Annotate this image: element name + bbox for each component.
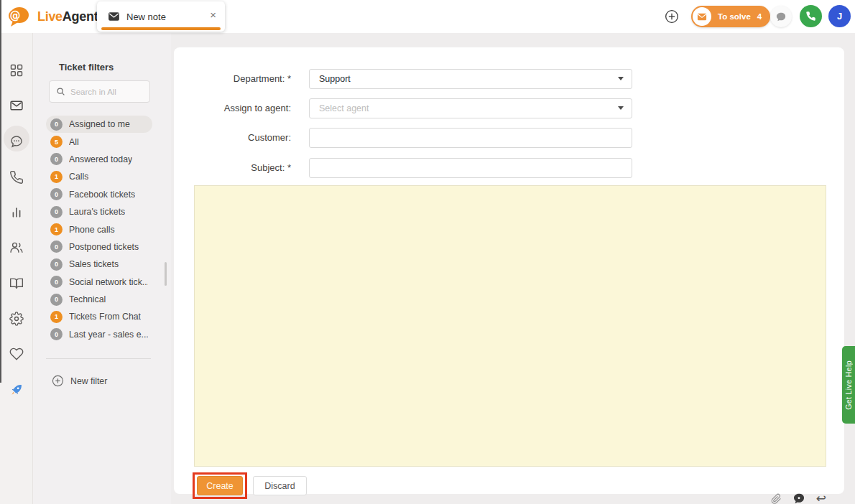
filter-item-label: Last year - sales e... [69, 330, 148, 340]
customer-field[interactable] [309, 128, 632, 148]
settings-gear-icon[interactable] [9, 312, 24, 326]
filter-list-item[interactable]: 0 Assigned to me [46, 116, 152, 133]
filter-list-item[interactable]: 0 Technical [46, 291, 152, 308]
create-button[interactable]: Create [197, 476, 243, 495]
filter-count-badge: 0 [50, 294, 63, 306]
filter-count-badge: 0 [50, 241, 63, 253]
filter-count-badge: 0 [50, 206, 63, 218]
active-tab-indicator [101, 27, 221, 30]
tab-close-icon[interactable]: × [210, 9, 216, 21]
customer-input[interactable] [319, 129, 622, 147]
subject-field[interactable] [309, 158, 632, 178]
knowledge-base-book-icon[interactable] [9, 276, 24, 291]
filter-list-item[interactable]: 5 All [46, 133, 152, 150]
customers-people-icon[interactable] [9, 241, 24, 255]
canned-message-icon[interactable] [793, 493, 805, 504]
department-value: Support [319, 74, 351, 84]
assign-agent-placeholder: Select agent [319, 103, 369, 113]
filter-list-item[interactable]: 0 Postponed tickets [46, 238, 152, 256]
assign-agent-label: Assign to agent: [176, 98, 291, 118]
filter-item-label: Social network tick... [69, 277, 148, 287]
dashboard-grid-icon[interactable] [9, 63, 24, 78]
top-header: @ LiveAgent New note × [0, 0, 855, 33]
filter-count-badge: 0 [50, 188, 63, 200]
return-arrow-icon[interactable]: ↩ [816, 493, 826, 504]
chats-bubble-icon[interactable] [9, 134, 24, 149]
filter-item-label: All [69, 137, 79, 147]
filter-list-item[interactable]: 0 Sales tickets [46, 256, 152, 273]
customer-label: Customer: [176, 128, 291, 148]
filter-item-label: Answered today [69, 154, 132, 164]
subject-label: Subject: * [176, 158, 291, 178]
filter-item-label: Facebook tickets [69, 190, 135, 200]
call-status-button[interactable] [800, 5, 822, 27]
assign-agent-select[interactable]: Select agent [309, 98, 632, 118]
editor-toolbar: ↩ [771, 493, 826, 504]
chevron-down-icon [618, 106, 624, 110]
avatar-initial: J [837, 11, 842, 22]
filter-item-label: Technical [69, 294, 106, 304]
filter-list-item[interactable]: 1 Calls [46, 168, 152, 185]
filters-search[interactable] [49, 80, 150, 103]
filter-item-label: Calls [69, 172, 88, 182]
get-live-help-tab[interactable]: Get Live Help [842, 346, 855, 424]
filter-count-badge: 0 [50, 328, 63, 340]
filter-count-badge: 1 [50, 311, 63, 323]
filter-list-item[interactable]: 0 Last year - sales e... [46, 326, 152, 343]
search-input[interactable] [70, 88, 142, 96]
search-icon [56, 87, 65, 96]
get-live-help-label: Get Live Help [844, 360, 853, 410]
filter-item-label: Postponed tickets [69, 242, 139, 252]
new-filter-button[interactable]: New filter [52, 375, 107, 387]
filter-list-item[interactable]: 0 Laura's tickets [46, 203, 152, 220]
svg-text:@: @ [10, 9, 21, 22]
filter-count-badge: 5 [50, 136, 63, 148]
filters-divider [46, 358, 151, 359]
new-note-form-card: Department: * Support Assign to agent: S… [174, 47, 844, 494]
filter-list-item[interactable]: 0 Social network tick... [46, 274, 152, 291]
chevron-down-icon [618, 77, 624, 80]
department-label: Department: * [176, 69, 291, 89]
filter-count-badge: 1 [50, 223, 63, 235]
liveagent-app-window: @ LiveAgent New note × [0, 0, 855, 504]
filter-item-label: Sales tickets [69, 259, 119, 269]
to-solve-label: To solve [718, 12, 751, 21]
getting-started-rocket-icon[interactable] [9, 383, 24, 397]
filter-item-label: Phone calls [69, 225, 115, 235]
discard-button[interactable]: Discard [253, 476, 307, 495]
filter-list-item[interactable]: 0 Facebook tickets [46, 186, 152, 203]
add-new-button[interactable] [665, 9, 679, 24]
to-solve-button[interactable]: To solve 4 [691, 6, 770, 27]
user-avatar[interactable]: J [828, 5, 851, 27]
note-body-editor[interactable] [194, 185, 826, 467]
filter-item-label: Tickets From Chat [69, 312, 141, 322]
filter-list-item[interactable]: 1 Tickets From Chat [46, 308, 152, 325]
reports-bar-chart-icon[interactable] [9, 205, 24, 220]
liveagent-logo[interactable]: @ LiveAgent [6, 4, 98, 29]
filter-count-badge: 0 [50, 258, 63, 271]
tickets-envelope-icon[interactable] [9, 98, 24, 113]
liveagent-bubble-icon: @ [6, 4, 32, 29]
subject-input[interactable] [319, 159, 622, 177]
panel-scrollbar-thumb[interactable] [165, 262, 167, 286]
to-solve-envelope-icon [693, 7, 711, 26]
left-navigation-rail [0, 33, 33, 504]
plus-circle-icon [52, 375, 64, 387]
filter-list-item[interactable]: 1 Phone calls [46, 220, 152, 238]
new-filter-label: New filter [70, 376, 107, 386]
filter-count-badge: 0 [50, 118, 63, 131]
department-select[interactable]: Support [309, 69, 632, 89]
filter-count-badge: 0 [50, 153, 63, 165]
calls-phone-icon[interactable] [9, 170, 24, 185]
filter-list-item[interactable]: 0 Answered today [46, 151, 152, 168]
filter-count-badge: 0 [50, 276, 63, 288]
attach-file-icon[interactable] [771, 493, 782, 504]
quick-chat-button[interactable] [770, 6, 792, 27]
note-envelope-icon [108, 12, 119, 21]
ticket-filters-panel: Ticket filters 0 Assigned to me 5 All 0 [33, 33, 171, 504]
filter-item-label: Laura's tickets [69, 207, 125, 217]
tab-new-note[interactable]: New note × [97, 1, 225, 32]
favorites-heart-icon[interactable] [9, 347, 24, 361]
filter-item-label: Assigned to me [69, 119, 130, 129]
logo-wordmark: LiveAgent [37, 9, 98, 24]
